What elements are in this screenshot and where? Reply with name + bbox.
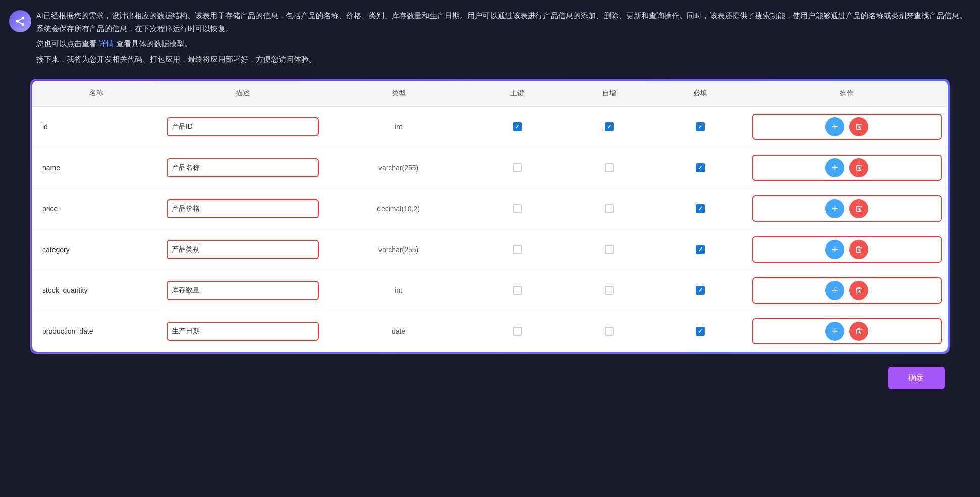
checkbox-empty[interactable] [513,286,522,295]
svg-line-4 [19,19,22,21]
cell-desc: 库存数量 [160,270,325,311]
add-row-button[interactable]: + [825,240,844,259]
desc-highlighted: 产品价格 [167,199,319,218]
checkbox-empty[interactable] [605,163,614,172]
add-row-button[interactable]: + [825,117,844,136]
cell-ops: + [746,188,948,229]
add-row-button[interactable]: + [825,281,844,300]
paragraph2: 您也可以点击查看 详情 查看具体的数据模型。 [36,37,971,51]
desc-highlighted: 生产日期 [167,322,319,341]
delete-row-button[interactable] [849,199,868,218]
trash-icon [855,245,863,254]
checkbox-empty[interactable] [513,245,522,254]
checkbox-checked[interactable] [696,327,705,336]
col-header-ai: 自增 [563,81,655,107]
cell-name: id [32,107,160,147]
cell-ai [563,107,655,147]
add-row-button[interactable]: + [825,199,844,218]
table-row: stock_quantity库存数量int+ [32,270,948,311]
cell-name: category [32,229,160,270]
confirm-button[interactable]: 确定 [888,367,945,389]
checkbox-checked[interactable] [605,122,614,131]
checkbox-empty[interactable] [605,245,614,254]
checkbox-checked[interactable] [513,122,522,131]
cell-desc: 产品价格 [160,188,325,229]
cell-req [655,188,746,229]
trash-icon [855,164,863,172]
cell-type: varchar(255) [325,229,471,270]
ops-highlighted: + [752,114,942,140]
col-header-type: 类型 [325,81,471,107]
cell-name: production_date [32,311,160,352]
checkbox-checked[interactable] [696,245,705,254]
checkbox-empty[interactable] [513,327,522,336]
checkbox-checked[interactable] [696,163,705,172]
checkbox-empty[interactable] [605,286,614,295]
cell-type: int [325,107,471,147]
ops-highlighted: + [752,155,942,181]
delete-row-button[interactable] [849,158,868,177]
cell-ops: + [746,270,948,311]
ops-highlighted: + [752,318,942,344]
paragraph2-pre: 您也可以点击查看 [36,40,99,48]
delete-row-button[interactable] [849,240,868,259]
paragraph1: AI已经根据您的需求，设计出相应的数据结构。该表用于存储产品的信息，包括产品的名… [36,9,971,35]
cell-pk [472,270,563,311]
delete-row-button[interactable] [849,322,868,341]
cell-type: varchar(255) [325,147,471,188]
trash-icon [855,123,863,131]
cell-req [655,147,746,188]
table-row: name产品名称varchar(255)+ [32,147,948,188]
checkbox-checked[interactable] [696,204,705,213]
cell-desc: 生产日期 [160,311,325,352]
footer-area: 确定 [0,359,980,397]
ops-highlighted: + [752,236,942,263]
detail-link[interactable]: 详情 [99,40,114,48]
cell-ops: + [746,229,948,270]
cell-req [655,270,746,311]
col-header-name: 名称 [32,81,160,107]
checkbox-checked[interactable] [696,122,705,131]
cell-type: decimal(10,2) [325,188,471,229]
table-row: id产品IDint+ [32,107,948,147]
cell-pk [472,229,563,270]
paragraph2-post: 查看具体的数据模型。 [114,40,192,48]
table-header-row: 名称 描述 类型 主键 自增 必填 操作 [32,81,948,107]
desc-highlighted: 产品ID [167,117,319,136]
cell-pk [472,311,563,352]
message-content: AI已经根据您的需求，设计出相应的数据结构。该表用于存储产品的信息，包括产品的名… [36,9,971,70]
cell-pk [472,147,563,188]
cell-ops: + [746,311,948,352]
checkbox-empty[interactable] [513,163,522,172]
cell-desc: 产品ID [160,107,325,147]
cell-ops: + [746,107,948,147]
cell-name: stock_quantity [32,270,160,311]
add-row-button[interactable]: + [825,322,844,341]
checkbox-empty[interactable] [605,204,614,213]
table-outer-border: 名称 描述 类型 主键 自增 必填 操作 id产品IDint+ name产品名称… [30,79,950,354]
delete-row-button[interactable] [849,117,868,136]
col-header-req: 必填 [655,81,746,107]
cell-ai [563,147,655,188]
svg-line-3 [19,22,22,24]
ops-highlighted: + [752,195,942,222]
cell-ops: + [746,147,948,188]
paragraph3: 接下来，我将为您开发相关代码、打包应用，最终将应用部署好，方便您访问体验。 [36,53,971,66]
cell-pk [472,107,563,147]
cell-name: name [32,147,160,188]
cell-name: price [32,188,160,229]
table-row: category产品类别varchar(255)+ [32,229,948,270]
checkbox-checked[interactable] [696,286,705,295]
ops-highlighted: + [752,277,942,304]
cell-req [655,229,746,270]
checkbox-empty[interactable] [513,204,522,213]
checkbox-empty[interactable] [605,327,614,336]
cell-req [655,107,746,147]
cell-ai [563,311,655,352]
message-area: AI已经根据您的需求，设计出相应的数据结构。该表用于存储产品的信息，包括产品的名… [0,0,980,74]
cell-ai [563,270,655,311]
delete-row-button[interactable] [849,281,868,300]
cell-type: date [325,311,471,352]
add-row-button[interactable]: + [825,158,844,177]
col-header-desc: 描述 [160,81,325,107]
